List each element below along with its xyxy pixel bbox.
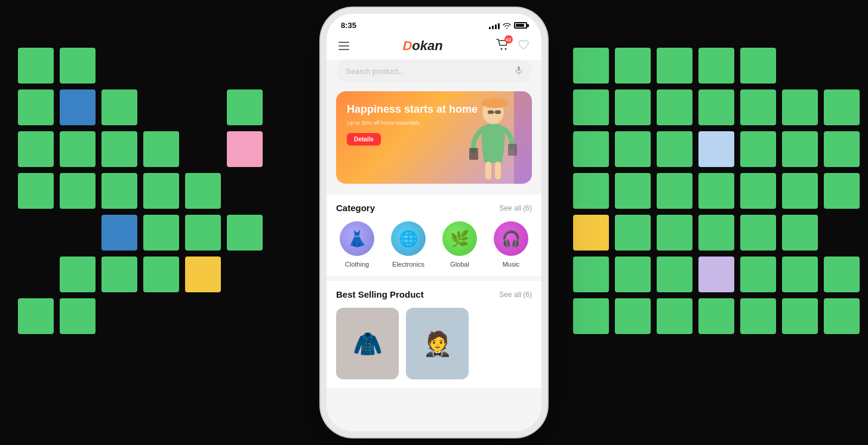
pixel-block (573, 215, 609, 251)
svg-point-0 (501, 48, 503, 50)
pixel-block (573, 257, 609, 292)
product-card[interactable]: 🧥 (336, 308, 399, 379)
category-list: 👗Clothing🌐Electronics🌿Global🎧Music (336, 221, 532, 268)
cart-badge: 02 (504, 35, 513, 44)
banner-text-area: Happiness starts at home Up to 30% off h… (347, 103, 521, 146)
pixel-block (573, 48, 609, 84)
pixel-block (824, 131, 860, 167)
pixel-block (657, 173, 692, 209)
category-see-all[interactable]: See all (6) (499, 204, 532, 212)
pixel-block (143, 215, 179, 251)
product-row: 🧥🤵 (336, 308, 532, 388)
status-bar: 8:35 (327, 14, 541, 33)
pixel-block (573, 298, 609, 334)
category-title: Category (336, 203, 375, 213)
best-selling-title: Best Selling Product (336, 289, 424, 299)
pixel-block (18, 89, 54, 125)
category-item[interactable]: 🌐Electronics (391, 221, 426, 268)
signal-icon (489, 22, 500, 29)
pixel-block (573, 131, 609, 167)
battery-icon (514, 22, 527, 29)
mic-icon[interactable] (515, 66, 522, 77)
pixel-block (698, 298, 734, 334)
banner: Happiness starts at home Up to 30% off h… (336, 91, 532, 184)
pixel-block (657, 48, 692, 84)
best-selling-see-all[interactable]: See all (6) (499, 291, 532, 299)
product-card[interactable]: 🤵 (406, 308, 469, 379)
category-section: Category See all (6) 👗Clothing🌐Electroni… (327, 194, 541, 276)
pixel-block (101, 89, 137, 125)
pixel-block (60, 48, 96, 84)
pixel-block (740, 173, 776, 209)
pixel-block (101, 131, 137, 167)
svg-rect-12 (485, 162, 491, 180)
pixel-block (740, 131, 776, 167)
category-circle: 🌿 (442, 221, 477, 256)
svg-rect-11 (508, 144, 517, 156)
svg-rect-13 (495, 162, 501, 180)
banner-details-button[interactable]: Details (347, 133, 381, 146)
pixel-block (18, 48, 54, 84)
wishlist-heart-icon[interactable] (518, 39, 530, 53)
pixel-block (615, 257, 651, 292)
pixel-block (573, 173, 609, 209)
logo-d: D (402, 38, 412, 54)
pixel-block (740, 89, 776, 125)
pixel-block (740, 215, 776, 251)
pixel-block (18, 131, 54, 167)
product-image: 🤵 (406, 308, 469, 379)
pixel-block (657, 215, 692, 251)
pixel-block (824, 298, 860, 334)
pixel-block (615, 215, 651, 251)
category-item[interactable]: 👗Clothing (340, 221, 374, 268)
pixel-block (824, 173, 860, 209)
pixel-block (824, 89, 860, 125)
pixel-block (615, 131, 651, 167)
pixel-block (657, 298, 692, 334)
category-item[interactable]: 🎧Music (494, 221, 528, 268)
pixel-block (227, 131, 263, 167)
phone: 8:35 (327, 14, 541, 431)
product-image: 🧥 (336, 308, 399, 379)
cart-button[interactable]: 02 (496, 39, 509, 53)
pixel-block (615, 89, 651, 125)
pixel-block (782, 298, 818, 334)
pixel-block (615, 173, 651, 209)
pixel-block (101, 215, 137, 251)
pixel-block (18, 173, 54, 209)
pixel-block (782, 215, 818, 251)
pixel-block (60, 298, 96, 334)
pixel-block (657, 257, 692, 292)
pixel-block (740, 298, 776, 334)
pixel-block (698, 89, 734, 125)
pixel-block (615, 48, 651, 84)
banner-title: Happiness starts at home (347, 103, 521, 116)
pixel-block (824, 257, 860, 292)
category-label: Global (450, 261, 469, 268)
pixel-block (185, 215, 221, 251)
pixel-block (782, 89, 818, 125)
svg-point-1 (505, 48, 507, 50)
pixel-block (782, 173, 818, 209)
pixel-block (60, 257, 96, 292)
best-selling-header: Best Selling Product See all (6) (336, 281, 532, 299)
category-header: Category See all (6) (336, 194, 532, 213)
category-circle: 🎧 (494, 221, 528, 256)
pixel-block (185, 173, 221, 209)
pixel-block (782, 131, 818, 167)
search-bar[interactable]: Search product... (336, 60, 532, 83)
pixel-block (698, 257, 734, 292)
pixel-block (101, 173, 137, 209)
svg-rect-10 (469, 148, 478, 160)
hamburger-menu-icon[interactable] (338, 42, 349, 50)
category-label: Electronics (392, 261, 424, 268)
pixel-block (143, 131, 179, 167)
pixel-block (740, 48, 776, 84)
pixel-block (657, 131, 692, 167)
category-circle: 🌐 (391, 221, 426, 256)
category-item[interactable]: 🌿Global (442, 221, 477, 268)
phone-wrapper: 8:35 (327, 14, 541, 431)
status-time: 8:35 (341, 21, 356, 30)
app-header: D okan 02 (327, 33, 541, 60)
pixel-block (60, 131, 96, 167)
